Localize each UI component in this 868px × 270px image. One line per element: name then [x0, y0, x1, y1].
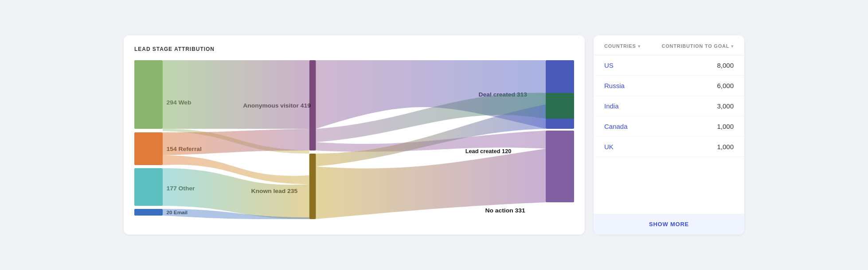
- svg-rect-2: [134, 132, 163, 165]
- country-value: 1,000: [717, 143, 734, 150]
- country-name[interactable]: US: [604, 62, 717, 69]
- main-container: LEAD STAGE ATTRIBUTION 294 Web 154 Refer…: [124, 35, 744, 235]
- left-panel: LEAD STAGE ATTRIBUTION 294 Web 154 Refer…: [124, 35, 585, 235]
- svg-rect-16: [546, 131, 574, 202]
- countries-label: COUNTRIES: [604, 43, 636, 49]
- svg-rect-14: [546, 93, 574, 119]
- contribution-label: CONTRIBUTION TO GOAL: [662, 43, 730, 49]
- country-value: 3,000: [717, 102, 734, 110]
- table-row: Russia 6,000: [594, 76, 744, 96]
- country-name[interactable]: Canada: [604, 123, 717, 130]
- svg-text:No action 331: No action 331: [485, 207, 525, 214]
- show-more-button[interactable]: SHOW MORE: [594, 214, 744, 235]
- sankey-svg: 294 Web 154 Referral 177 Other 20 Email …: [134, 60, 574, 224]
- countries-chevron-icon: ▾: [638, 44, 641, 49]
- svg-rect-6: [134, 209, 163, 216]
- country-value: 1,000: [717, 123, 734, 130]
- country-name[interactable]: UK: [604, 143, 717, 150]
- table-row: Canada 1,000: [594, 116, 744, 137]
- country-value: 8,000: [717, 62, 734, 69]
- country-value: 6,000: [717, 82, 734, 89]
- right-panel: COUNTRIES ▾ CONTRIBUTION TO GOAL ▾ US 8,…: [594, 35, 744, 235]
- table-body: US 8,000 Russia 6,000 India 3,000 Canada…: [594, 55, 744, 214]
- svg-text:Lead created 120: Lead created 120: [465, 148, 512, 154]
- sankey-chart: 294 Web 154 Referral 177 Other 20 Email …: [134, 60, 574, 224]
- countries-column-header[interactable]: COUNTRIES ▾: [604, 43, 658, 49]
- svg-rect-0: [134, 60, 163, 129]
- svg-rect-10: [309, 154, 316, 219]
- table-row: US 8,000: [594, 55, 744, 76]
- contribution-chevron-icon: ▾: [731, 44, 734, 49]
- panel-title: LEAD STAGE ATTRIBUTION: [134, 46, 574, 52]
- contribution-column-header[interactable]: CONTRIBUTION TO GOAL ▾: [662, 43, 734, 49]
- table-row: UK 1,000: [594, 137, 744, 157]
- country-name[interactable]: Russia: [604, 82, 717, 89]
- svg-rect-4: [134, 168, 163, 206]
- country-name[interactable]: India: [604, 102, 717, 110]
- table-header: COUNTRIES ▾ CONTRIBUTION TO GOAL ▾: [594, 35, 744, 55]
- table-row: India 3,000: [594, 96, 744, 116]
